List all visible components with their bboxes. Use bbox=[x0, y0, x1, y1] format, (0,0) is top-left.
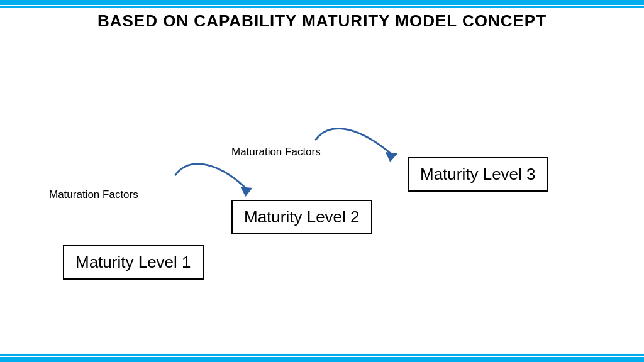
level3-label: Maturity Level 3 bbox=[420, 165, 536, 184]
svg-marker-1 bbox=[386, 152, 398, 162]
maturation-label-1: Maturation Factors bbox=[49, 189, 138, 201]
level2-label: Maturity Level 2 bbox=[244, 207, 360, 226]
level3-box: Maturity Level 3 bbox=[408, 157, 548, 192]
top-bar-thin bbox=[0, 6, 644, 8]
level1-box: Maturity Level 1 bbox=[63, 245, 204, 280]
content-area: Maturation Factors Maturation Factors Ma… bbox=[0, 50, 644, 349]
page-title: BASED ON CAPABILITY MATURITY MODEL CONCE… bbox=[0, 11, 644, 31]
bottom-bar bbox=[0, 357, 644, 362]
svg-marker-0 bbox=[240, 187, 252, 197]
level2-box: Maturity Level 2 bbox=[231, 200, 372, 234]
level1-label: Maturity Level 1 bbox=[75, 253, 191, 272]
top-bar bbox=[0, 0, 644, 5]
bottom-bar-thin bbox=[0, 354, 644, 356]
maturation-label-2: Maturation Factors bbox=[231, 146, 321, 158]
